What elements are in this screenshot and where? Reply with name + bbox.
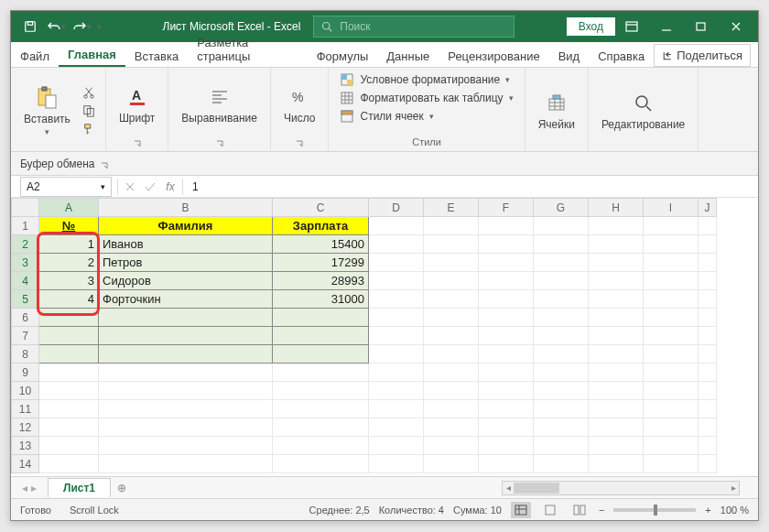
cell[interactable]: № — [39, 217, 99, 235]
cell[interactable]: 2 — [39, 254, 99, 272]
editing-button[interactable]: Редактирование — [596, 89, 690, 133]
cell[interactable]: 28993 — [273, 272, 369, 290]
align-dialog-icon[interactable] — [215, 138, 224, 147]
row-header[interactable]: 8 — [12, 345, 39, 364]
row-header[interactable]: 11 — [12, 400, 39, 418]
row-header[interactable]: 12 — [12, 418, 39, 437]
col-header[interactable]: A — [39, 199, 99, 217]
zoom-out-button[interactable]: − — [599, 505, 604, 516]
worksheet[interactable]: A B C D E F G H I J 1 № Фамилия Зарплата… — [11, 198, 758, 476]
tab-insert[interactable]: Вставка — [125, 45, 188, 67]
cell[interactable]: Петров — [99, 254, 273, 272]
font-button[interactable]: A Шрифт — [114, 82, 160, 126]
format-painter-icon[interactable] — [80, 121, 98, 137]
view-page-break-icon[interactable] — [569, 502, 590, 518]
row-header[interactable]: 7 — [12, 327, 39, 345]
svg-rect-18 — [341, 92, 352, 103]
cells-button[interactable]: Ячейки — [533, 89, 580, 133]
login-button[interactable]: Вход — [567, 17, 615, 36]
close-icon[interactable] — [720, 14, 753, 39]
cell[interactable]: 31000 — [273, 290, 369, 309]
copy-icon[interactable] — [80, 103, 98, 119]
view-page-layout-icon[interactable] — [540, 502, 560, 518]
qat-more-icon[interactable]: ▾ — [97, 22, 102, 31]
tab-view[interactable]: Вид — [549, 45, 590, 67]
insert-function-icon[interactable]: fx — [160, 177, 180, 197]
row-header[interactable]: 5 — [12, 290, 39, 309]
row-header[interactable]: 9 — [12, 364, 39, 382]
col-header[interactable]: H — [589, 199, 644, 217]
horizontal-scrollbar[interactable]: ◂▸ — [502, 481, 740, 495]
search-icon — [321, 21, 332, 32]
conditional-formatting-button[interactable]: Условное форматирование ▾ — [336, 71, 516, 88]
row-header[interactable]: 3 — [12, 254, 39, 272]
search-box[interactable]: Поиск — [313, 16, 514, 38]
maximize-icon[interactable] — [685, 14, 718, 39]
status-sum: Сумма: 10 — [453, 505, 502, 516]
col-header[interactable]: G — [534, 199, 589, 217]
tab-review[interactable]: Рецензирование — [439, 45, 548, 67]
cancel-formula-icon[interactable] — [120, 177, 140, 197]
clipboard-dialog-icon[interactable] — [101, 159, 110, 168]
svg-rect-13 — [130, 103, 145, 105]
zoom-slider[interactable] — [613, 508, 696, 512]
col-header[interactable]: D — [369, 199, 424, 217]
cell[interactable]: Зарплата — [273, 217, 369, 235]
col-header[interactable]: E — [424, 199, 479, 217]
number-button[interactable]: % Число — [278, 82, 321, 126]
align-button[interactable]: Выравнивание — [176, 82, 263, 126]
row-header[interactable]: 14 — [12, 455, 39, 473]
cell[interactable]: Форточкин — [99, 290, 273, 309]
ribbon-display-icon[interactable] — [615, 14, 648, 39]
add-sheet-icon[interactable]: ⊕ — [111, 482, 133, 494]
col-header[interactable]: J — [699, 199, 717, 217]
row-header[interactable]: 13 — [12, 437, 39, 455]
row-header[interactable]: 10 — [12, 382, 39, 400]
sheet-nav[interactable]: ◂ ▸ — [11, 482, 48, 494]
save-icon[interactable] — [20, 16, 40, 38]
share-button[interactable]: Поделиться — [654, 44, 751, 67]
cell[interactable]: 15400 — [273, 235, 369, 254]
col-header[interactable]: I — [644, 199, 699, 217]
font-dialog-icon[interactable] — [133, 138, 142, 147]
tab-formulas[interactable]: Формулы — [308, 45, 378, 67]
format-as-table-button[interactable]: Форматировать как таблицу ▾ — [336, 90, 516, 106]
cell[interactable]: Фамилия — [99, 217, 273, 235]
cell[interactable]: Сидоров — [99, 272, 273, 290]
cell[interactable]: 17299 — [273, 254, 369, 272]
paste-button[interactable]: Вставить▾ — [18, 83, 76, 138]
zoom-level[interactable]: 100 % — [720, 505, 749, 516]
tab-file[interactable]: Файл — [11, 45, 59, 67]
cell-styles-button[interactable]: Стили ячеек ▾ — [336, 108, 516, 125]
tab-data[interactable]: Данные — [377, 45, 439, 67]
formula-value[interactable]: 1 — [185, 180, 206, 193]
cut-icon[interactable] — [80, 84, 98, 101]
cell[interactable]: 4 — [39, 290, 99, 309]
col-header[interactable]: B — [99, 199, 273, 217]
select-all-corner[interactable] — [12, 199, 39, 217]
cell[interactable]: 3 — [39, 272, 99, 290]
cell[interactable]: Иванов — [99, 235, 273, 254]
col-header[interactable]: F — [479, 199, 534, 217]
tab-layout[interactable]: Разметка страницы — [188, 31, 308, 67]
enter-formula-icon[interactable] — [140, 177, 160, 197]
sheet-tab[interactable]: Лист1 — [48, 478, 111, 497]
svg-rect-22 — [553, 95, 560, 99]
name-box[interactable]: A2▾ — [20, 177, 112, 197]
cell[interactable]: 1 — [39, 235, 99, 254]
col-header[interactable]: C — [273, 199, 369, 217]
row-header[interactable]: 2 — [12, 235, 39, 254]
row-header[interactable]: 4 — [12, 272, 39, 290]
tab-help[interactable]: Справка — [589, 45, 654, 67]
row-header[interactable]: 6 — [12, 309, 39, 327]
minimize-icon[interactable] — [650, 14, 683, 39]
view-normal-icon[interactable] — [511, 502, 531, 518]
svg-point-23 — [636, 96, 647, 107]
row-header[interactable]: 1 — [12, 217, 39, 235]
zoom-in-button[interactable]: + — [705, 505, 710, 516]
number-dialog-icon[interactable] — [295, 138, 304, 147]
redo-icon[interactable]: ▾ — [71, 16, 92, 38]
tab-home[interactable]: Главная — [59, 43, 125, 67]
undo-icon[interactable]: ▾ — [46, 16, 66, 38]
titlebar: ▾ ▾ ▾ Лист Microsoft Excel - Excel Поиск… — [11, 11, 758, 42]
